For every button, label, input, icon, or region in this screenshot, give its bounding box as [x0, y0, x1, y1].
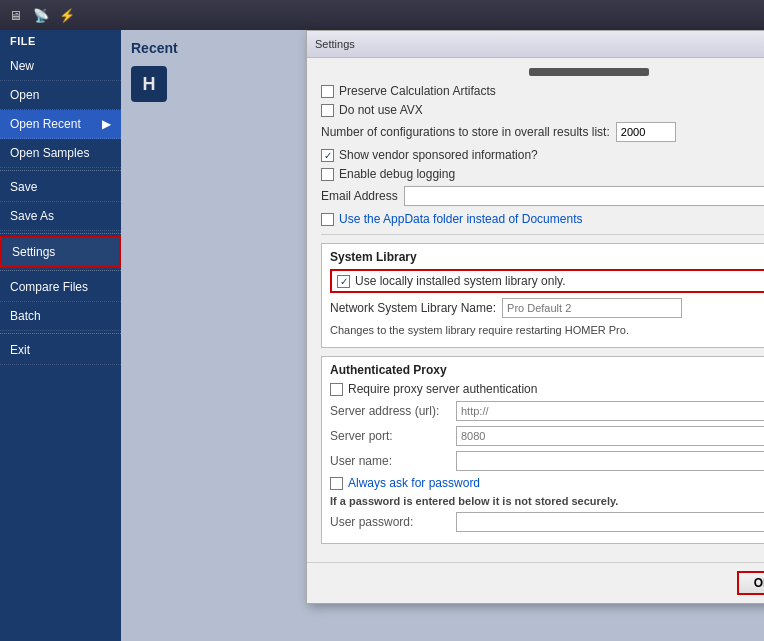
server-port-row: Server port:	[330, 426, 764, 446]
preserve-artifacts-row: Preserve Calculation Artifacts	[321, 84, 764, 98]
require-auth-checkbox[interactable]	[330, 383, 343, 396]
vendor-info-label: Show vendor sponsored information?	[339, 148, 538, 162]
email-row: Email Address	[321, 186, 764, 206]
sidebar-item-open-recent[interactable]: Open Recent ▶	[0, 110, 121, 139]
toolbar: 🖥 📡 ⚡	[0, 0, 764, 30]
no-avx-label: Do not use AVX	[339, 103, 423, 117]
network-library-input[interactable]	[502, 298, 682, 318]
require-auth-row: Require proxy server authentication	[330, 382, 764, 396]
no-avx-checkbox[interactable]	[321, 104, 334, 117]
debug-logging-row: Enable debug logging	[321, 167, 764, 181]
debug-logging-checkbox[interactable]	[321, 168, 334, 181]
dialog-footer: Ok Cancel	[307, 562, 764, 603]
dialog-body: Preserve Calculation Artifacts Do not us…	[307, 58, 764, 562]
use-local-checkbox[interactable]: ✓	[337, 275, 350, 288]
server-port-input[interactable]	[456, 426, 764, 446]
password-row: User password:	[330, 512, 764, 532]
app-layout: FILE New Open Open Recent ▶ Open Samples…	[0, 30, 764, 641]
email-label: Email Address	[321, 189, 398, 203]
sidebar-item-open[interactable]: Open	[0, 81, 121, 110]
scroll-bar	[529, 68, 649, 76]
network-library-row: Network System Library Name:	[330, 298, 764, 318]
dialog-titlebar: Settings ×	[307, 31, 764, 58]
server-port-label: Server port:	[330, 429, 450, 443]
main-content: Recent H Settings × Preserve Calculation…	[121, 30, 764, 641]
sidebar-item-open-samples[interactable]: Open Samples	[0, 139, 121, 168]
password-input[interactable]	[456, 512, 764, 532]
authenticated-proxy-section: Authenticated Proxy Require proxy server…	[321, 356, 764, 544]
email-input[interactable]	[404, 186, 764, 206]
username-row: User name:	[330, 451, 764, 471]
network-library-label: Network System Library Name:	[330, 301, 496, 315]
sidebar-item-settings[interactable]: Settings	[0, 236, 121, 268]
appdata-checkbox[interactable]	[321, 213, 334, 226]
preserve-checkbox[interactable]	[321, 85, 334, 98]
sidebar-item-save-as[interactable]: Save As	[0, 202, 121, 231]
sidebar-item-exit[interactable]: Exit	[0, 336, 121, 365]
appdata-label: Use the AppData folder instead of Docume…	[339, 212, 582, 226]
always-ask-label: Always ask for password	[348, 476, 480, 490]
password-note: If a password is entered below it is not…	[330, 495, 764, 507]
sidebar-item-new[interactable]: New	[0, 52, 121, 81]
username-input[interactable]	[456, 451, 764, 471]
use-local-label: Use locally installed system library onl…	[355, 274, 566, 288]
password-label: User password:	[330, 515, 450, 529]
system-library-title: System Library	[330, 250, 764, 264]
vendor-info-checkbox[interactable]: ✓	[321, 149, 334, 162]
server-address-row: Server address (url):	[330, 401, 764, 421]
config-count-input[interactable]	[616, 122, 676, 142]
always-ask-row: Always ask for password	[330, 476, 764, 490]
config-count-row: Number of configurations to store in ove…	[321, 122, 764, 142]
always-ask-checkbox[interactable]	[330, 477, 343, 490]
sidebar-section-header: FILE	[0, 30, 121, 52]
use-local-library-row: ✓ Use locally installed system library o…	[330, 269, 764, 293]
proxy-title: Authenticated Proxy	[330, 363, 764, 377]
dialog-title: Settings	[315, 38, 355, 50]
lightning-icon: ⚡	[58, 6, 76, 24]
no-avx-row: Do not use AVX	[321, 103, 764, 117]
settings-dialog: Settings × Preserve Calculation Artifact…	[306, 30, 764, 604]
preserve-label: Preserve Calculation Artifacts	[339, 84, 496, 98]
sidebar-item-compare-files[interactable]: Compare Files	[0, 273, 121, 302]
sidebar-item-batch[interactable]: Batch	[0, 302, 121, 331]
require-auth-label: Require proxy server authentication	[348, 382, 537, 396]
ok-button[interactable]: Ok	[737, 571, 764, 595]
appdata-row: Use the AppData folder instead of Docume…	[321, 212, 764, 226]
username-label: User name:	[330, 454, 450, 468]
monitor-icon: 🖥	[6, 6, 24, 24]
config-count-label: Number of configurations to store in ove…	[321, 125, 610, 139]
debug-logging-label: Enable debug logging	[339, 167, 455, 181]
wifi-icon: 📡	[32, 6, 50, 24]
system-library-section: System Library ✓ Use locally installed s…	[321, 243, 764, 348]
scroll-indicator	[321, 68, 764, 76]
server-address-label: Server address (url):	[330, 404, 450, 418]
sidebar-item-save[interactable]: Save	[0, 173, 121, 202]
vendor-info-row: ✓ Show vendor sponsored information?	[321, 148, 764, 162]
sidebar: FILE New Open Open Recent ▶ Open Samples…	[0, 30, 121, 641]
password-note-text: If a password is entered below it is not…	[330, 495, 618, 507]
restart-note: Changes to the system library require re…	[330, 324, 764, 336]
server-address-input[interactable]	[456, 401, 764, 421]
